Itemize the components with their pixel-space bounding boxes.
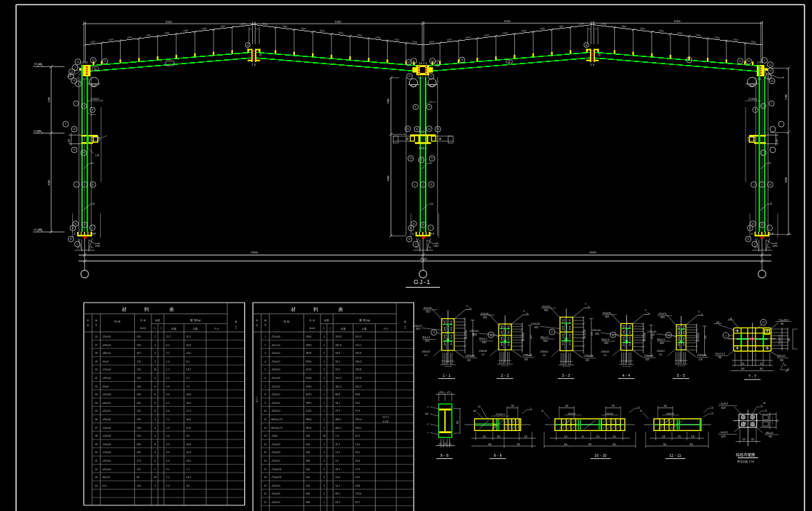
svg-text:1 5: 1 5 xyxy=(591,63,595,66)
svg-text:210: 210 xyxy=(613,435,616,438)
svg-text:43: 43 xyxy=(95,476,98,479)
svg-text:L10: L10 xyxy=(102,485,106,487)
svg-text:1: 1 xyxy=(324,402,325,405)
svg-text:M20: M20 xyxy=(544,309,548,312)
svg-text:5991: 5991 xyxy=(306,344,311,347)
svg-text:93.8: 93.8 xyxy=(335,352,340,355)
svg-text:-450x12: -450x12 xyxy=(102,410,111,413)
svg-text:12: 12 xyxy=(264,427,267,430)
svg-text:1500: 1500 xyxy=(601,22,606,26)
svg-text:250: 250 xyxy=(137,435,141,437)
svg-text:-1200x10: -1200x10 xyxy=(647,330,657,333)
svg-text:840: 840 xyxy=(306,492,310,495)
svg-text:9: 9 xyxy=(413,60,415,63)
svg-text:M6: M6 xyxy=(781,323,783,325)
svg-text:290: 290 xyxy=(137,418,141,421)
svg-text:M20: M20 xyxy=(473,333,477,336)
svg-text:265.2: 265.2 xyxy=(356,385,362,388)
svg-text:GJ-1: GJ-1 xyxy=(413,278,431,285)
svg-text:93.1: 93.1 xyxy=(335,402,340,405)
svg-text:M4=2.4: M4=2.4 xyxy=(541,336,548,339)
svg-text:9812: 9812 xyxy=(306,427,311,430)
svg-text:618: 618 xyxy=(524,358,528,361)
svg-text:93.1: 93.1 xyxy=(356,402,361,405)
svg-text:0.5: 0.5 xyxy=(425,354,428,357)
svg-text:4-6: 4-6 xyxy=(478,405,481,408)
svg-text:317: 317 xyxy=(137,468,141,471)
svg-text:18: 18 xyxy=(612,334,615,337)
svg-text:-18: -18 xyxy=(728,318,732,320)
svg-text:-250x20: -250x20 xyxy=(271,451,281,454)
svg-text:60 225 60: 60 225 60 xyxy=(697,333,700,342)
svg-text:-450x20: -450x20 xyxy=(271,485,281,487)
svg-text:100: 100 xyxy=(137,385,141,388)
svg-text:1500: 1500 xyxy=(428,40,434,44)
svg-text:2: 2 xyxy=(154,335,156,338)
svg-text:规 格: 规 格 xyxy=(114,320,121,323)
svg-text:5 - 5: 5 - 5 xyxy=(677,374,685,378)
svg-text:11 - 11: 11 - 11 xyxy=(670,454,681,457)
svg-text:9 - 9: 9 - 9 xyxy=(493,454,501,457)
svg-text:265.8: 265.8 xyxy=(335,344,341,347)
svg-text:41: 41 xyxy=(769,183,772,186)
svg-text:40: 40 xyxy=(95,451,98,454)
svg-text:34: 34 xyxy=(82,151,85,154)
svg-text:M20: M20 xyxy=(660,342,664,345)
svg-text:-250x12: -250x12 xyxy=(271,402,281,405)
svg-text:400: 400 xyxy=(760,368,763,370)
svg-text:H250x175: H250x175 xyxy=(271,427,283,430)
svg-text:8: 8 xyxy=(437,62,438,65)
svg-text:1 6 1 1: 1 6 1 1 xyxy=(418,62,427,65)
svg-text:3: 3 xyxy=(265,352,266,355)
svg-text:4: 4 xyxy=(154,418,156,421)
svg-text:26: 26 xyxy=(95,335,98,338)
svg-text:2: 2 xyxy=(154,468,156,471)
svg-text:44: 44 xyxy=(95,485,98,487)
svg-text:2 - 2: 2 - 2 xyxy=(501,374,508,378)
svg-text:34.3: 34.3 xyxy=(186,344,191,347)
svg-text:18.1: 18.1 xyxy=(186,368,191,371)
svg-text:41: 41 xyxy=(420,158,423,161)
svg-text:M20: M20 xyxy=(416,328,421,330)
svg-text:1.1: 1.1 xyxy=(166,368,170,371)
svg-text:#10x1.5-2: #10x1.5-2 xyxy=(715,353,725,355)
svg-text:345: 345 xyxy=(137,443,141,446)
svg-text:1500: 1500 xyxy=(376,36,381,39)
svg-text:618: 618 xyxy=(646,358,649,361)
svg-text:800: 800 xyxy=(488,443,492,446)
svg-text:M4=2.4: M4=2.4 xyxy=(657,338,665,341)
svg-text:9100: 9100 xyxy=(48,97,51,102)
svg-text:2: 2 xyxy=(324,451,325,454)
svg-text:91.6: 91.6 xyxy=(335,368,340,371)
svg-text:长 度: 长 度 xyxy=(140,319,146,322)
svg-text:27: 27 xyxy=(95,344,98,347)
svg-text:只: 只 xyxy=(323,327,325,330)
svg-text:2: 2 xyxy=(324,377,325,380)
svg-text:350: 350 xyxy=(456,420,459,424)
svg-text:19: 19 xyxy=(667,334,670,337)
svg-text:M20: M20 xyxy=(595,333,599,335)
svg-text:1500: 1500 xyxy=(412,40,418,44)
svg-text:1.0: 1.0 xyxy=(166,476,170,479)
svg-text:4: 4 xyxy=(154,360,156,363)
svg-text:21.6: 21.6 xyxy=(335,451,340,454)
svg-text:187.6: 187.6 xyxy=(356,352,362,355)
svg-text:5/27.2: 5/27.2 xyxy=(382,416,389,419)
svg-text:-2588x18: -2588x18 xyxy=(522,354,532,357)
svg-text:250: 250 xyxy=(137,410,141,413)
svg-text:618: 618 xyxy=(699,358,703,361)
svg-text:400: 400 xyxy=(741,368,745,370)
svg-text:26: 26 xyxy=(585,44,588,47)
svg-text:20: 20 xyxy=(264,492,267,495)
svg-text:17: 17 xyxy=(73,148,76,151)
svg-text:M20: M20 xyxy=(604,342,608,345)
svg-text:350: 350 xyxy=(588,28,591,30)
svg-text:26.6: 26.6 xyxy=(186,443,191,446)
svg-text:618: 618 xyxy=(586,359,589,362)
svg-text:11.8: 11.8 xyxy=(186,427,191,430)
svg-text:25.5: 25.5 xyxy=(335,443,340,446)
svg-text:注: 注 xyxy=(404,325,406,329)
svg-text:39: 39 xyxy=(95,443,98,446)
svg-text:90: 90 xyxy=(581,435,584,438)
svg-text:7.3: 7.3 xyxy=(186,385,190,388)
